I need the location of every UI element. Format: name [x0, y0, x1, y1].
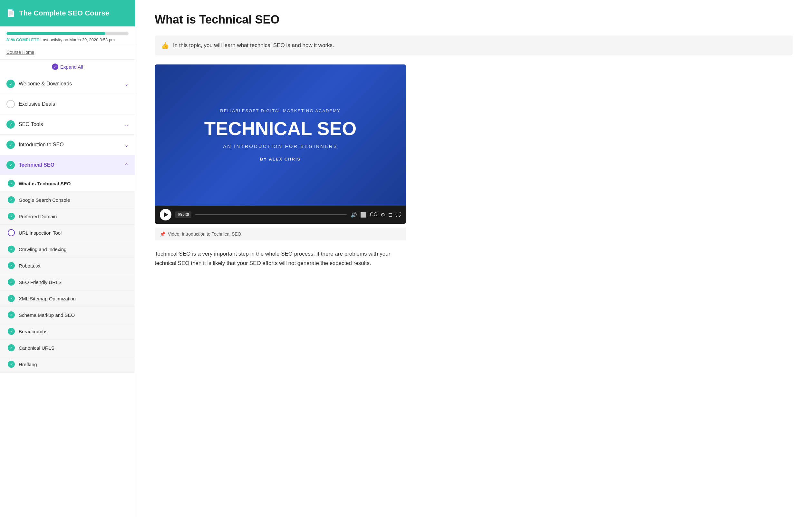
section-title-technical-seo: Technical SEO — [19, 162, 120, 168]
lesson-check-seo-friendly: ✓ — [8, 279, 15, 286]
section-title-exclusive: Exclusive Deals — [19, 101, 128, 107]
video-progress-track[interactable] — [195, 214, 347, 215]
course-home-link[interactable]: Course Home — [0, 45, 135, 60]
subtitle-icon[interactable]: CC — [370, 212, 377, 218]
lesson-title-url-inspection: URL Inspection Tool — [19, 230, 62, 236]
progress-text: 81% COMPLETE Last activity on March 29, … — [6, 37, 128, 42]
lesson-gsc[interactable]: ✓ Google Search Console — [0, 192, 135, 208]
lesson-what-is-technical-seo[interactable]: ✓ What is Technical SEO — [0, 175, 135, 192]
lesson-title-canonical: Canonical URLS — [19, 345, 54, 351]
section-check-welcome: ✓ — [6, 80, 15, 88]
progress-percent: 81% COMPLETE — [6, 37, 39, 42]
pin-icon: 📌 — [160, 231, 165, 237]
lesson-check-what-is: ✓ — [8, 180, 15, 187]
lesson-title-hreflang: Hreflang — [19, 362, 37, 367]
lesson-hreflang[interactable]: ✓ Hreflang — [0, 356, 135, 372]
lesson-url-inspection[interactable]: URL Inspection Tool — [0, 225, 135, 241]
course-icon: 📄 — [6, 9, 15, 18]
lesson-check-schema: ✓ — [8, 311, 15, 318]
settings-icon[interactable]: ⚙ — [381, 212, 385, 218]
course-title: The Complete SEO Course — [19, 9, 109, 18]
progress-bar-fill — [6, 32, 105, 35]
section-seo-tools[interactable]: ✓ SEO Tools ⌄ — [0, 114, 135, 135]
page-title: What is Technical SEO — [155, 13, 793, 26]
play-button[interactable] — [160, 209, 171, 221]
lesson-crawling[interactable]: ✓ Crawling and Indexing — [0, 241, 135, 258]
volume-icon[interactable]: 🔊 — [351, 212, 357, 218]
sidebar-header: 📄 The Complete SEO Course — [0, 0, 135, 26]
lesson-check-gsc: ✓ — [8, 196, 15, 203]
lesson-check-preferred-domain: ✓ — [8, 213, 15, 220]
miniplayer-icon[interactable]: ⊡ — [388, 212, 393, 218]
lesson-title-gsc: Google Search Console — [19, 197, 70, 203]
lesson-seo-friendly[interactable]: ✓ SEO Friendly URLS — [0, 274, 135, 290]
last-activity: Last activity on March 29, 2020 3:53 pm — [40, 37, 115, 42]
body-text: Technical SEO is a very important step i… — [155, 250, 406, 268]
chevron-down-icon-welcome: ⌄ — [124, 81, 128, 87]
lesson-check-robots: ✓ — [8, 262, 15, 269]
expand-all-button[interactable]: ✓ Expand All — [0, 60, 135, 74]
video-author-name: ALEX CHRIS — [269, 156, 301, 162]
info-box: 👍 In this topic, you will learn what tec… — [155, 35, 793, 55]
chevron-up-icon-technical-seo: ⌄ — [124, 162, 128, 168]
lesson-check-xml-sitemap: ✓ — [8, 295, 15, 302]
video-caption: 📌 Video: Introduction to Technical SEO. — [155, 228, 406, 240]
chevron-down-icon-intro-seo: ⌄ — [124, 142, 128, 148]
lesson-title-seo-friendly: SEO Friendly URLS — [19, 280, 62, 285]
expand-all-label: Expand All — [60, 64, 83, 69]
play-icon — [164, 212, 168, 217]
lesson-check-breadcrumbs: ✓ — [8, 328, 15, 335]
video-container: RELIABLESOFT DIGITAL MARKETING ACADEMY T… — [155, 64, 406, 224]
section-technical-seo[interactable]: ✓ Technical SEO ⌄ — [0, 155, 135, 175]
lesson-title-breadcrumbs: Breadcrumbs — [19, 329, 47, 334]
fullscreen-icon[interactable]: ⛶ — [396, 212, 401, 218]
section-title-welcome: Welcome & Downloads — [19, 81, 120, 87]
video-academy-text: RELIABLESOFT DIGITAL MARKETING ACADEMY — [220, 108, 340, 113]
section-intro-seo[interactable]: ✓ Introduction to SEO ⌄ — [0, 135, 135, 155]
thumbs-up-icon: 👍 — [161, 41, 169, 49]
video-time: 05:38 — [175, 211, 192, 218]
cast-icon[interactable]: ⬜ — [360, 212, 367, 218]
lesson-preferred-domain[interactable]: ✓ Preferred Domain — [0, 208, 135, 225]
lesson-list-technical-seo: ✓ What is Technical SEO ✓ Google Search … — [0, 175, 135, 373]
lesson-title-xml-sitemap: XML Sitemap Optimization — [19, 296, 76, 301]
lesson-breadcrumbs[interactable]: ✓ Breadcrumbs — [0, 323, 135, 340]
section-check-seo-tools: ✓ — [6, 120, 15, 128]
section-check-intro-seo: ✓ — [6, 141, 15, 149]
video-caption-text: Video: Introduction to Technical SEO. — [168, 231, 242, 237]
chevron-down-icon-seo-tools: ⌄ — [124, 121, 128, 127]
video-main-title: TECHNICAL SEO — [204, 118, 357, 139]
section-exclusive[interactable]: Exclusive Deals — [0, 94, 135, 114]
lesson-schema[interactable]: ✓ Schema Markup and SEO — [0, 307, 135, 323]
lesson-check-crawling: ✓ — [8, 246, 15, 253]
lesson-title-robots: Robots.txt — [19, 263, 40, 268]
lesson-xml-sitemap[interactable]: ✓ XML Sitemap Optimization — [0, 290, 135, 307]
lesson-check-canonical: ✓ — [8, 344, 15, 351]
main-content: What is Technical SEO 👍 In this topic, y… — [135, 0, 812, 517]
section-welcome[interactable]: ✓ Welcome & Downloads ⌄ — [0, 74, 135, 94]
lesson-title-schema: Schema Markup and SEO — [19, 312, 75, 318]
lesson-title-crawling: Crawling and Indexing — [19, 247, 66, 252]
video-subtitle: AN INTRODUCTION FOR BEGINNERS — [223, 143, 337, 149]
section-title-seo-tools: SEO Tools — [19, 121, 120, 127]
lesson-robots[interactable]: ✓ Robots.txt — [0, 258, 135, 274]
expand-all-icon: ✓ — [52, 63, 58, 70]
sidebar: 📄 The Complete SEO Course 81% COMPLETE L… — [0, 0, 135, 517]
video-thumbnail: RELIABLESOFT DIGITAL MARKETING ACADEMY T… — [155, 64, 406, 206]
video-icons: 🔊 ⬜ CC ⚙ ⊡ ⛶ — [351, 212, 401, 218]
lesson-check-url-inspection — [8, 229, 15, 236]
video-author-prefix: BY — [260, 156, 267, 162]
section-check-exclusive — [6, 100, 15, 108]
lesson-title-what-is: What is Technical SEO — [19, 181, 70, 186]
info-box-text: In this topic, you will learn what techn… — [173, 41, 334, 50]
video-controls: 05:38 🔊 ⬜ CC ⚙ ⊡ ⛶ — [155, 206, 406, 224]
progress-section: 81% COMPLETE Last activity on March 29, … — [0, 26, 135, 45]
video-author: BY ALEX CHRIS — [260, 156, 301, 162]
lesson-title-preferred-domain: Preferred Domain — [19, 214, 57, 219]
lesson-check-hreflang: ✓ — [8, 361, 15, 368]
section-check-technical-seo: ✓ — [6, 161, 15, 169]
lesson-canonical[interactable]: ✓ Canonical URLS — [0, 340, 135, 356]
section-title-intro-seo: Introduction to SEO — [19, 142, 120, 148]
progress-bar-track — [6, 32, 128, 35]
